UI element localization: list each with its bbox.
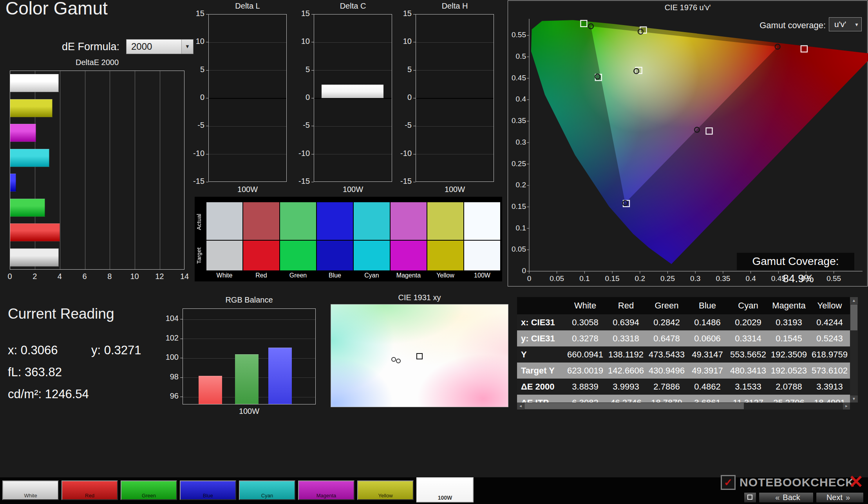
table-cell: 0.4862 xyxy=(687,379,728,395)
swatch-actual-magenta xyxy=(391,202,427,240)
back-button-label: Back xyxy=(783,493,800,502)
notebookcheck-logo-icon: ✓ xyxy=(721,475,736,490)
patch-button-red[interactable]: Red xyxy=(61,480,118,500)
de-formula-value: 2000 xyxy=(131,41,152,52)
current-reading-y: y: 0.3271 xyxy=(91,343,141,357)
table-cell: 0.4244 xyxy=(809,314,850,330)
back-button[interactable]: «Back xyxy=(759,492,814,503)
rgb-y-tick xyxy=(180,377,183,378)
delta-y-tick xyxy=(311,154,314,154)
cie-y-tick-label: 0.5 xyxy=(508,52,526,61)
patch-button-cyan[interactable]: Cyan xyxy=(239,480,295,500)
delta-gridline xyxy=(209,126,286,127)
rgb-gridline xyxy=(183,339,315,339)
delta-y-tick xyxy=(206,42,208,42)
de-formula-dropdown[interactable]: 2000 ▼ xyxy=(126,39,193,54)
chevron-down-icon: ▼ xyxy=(854,18,859,32)
table-row: ΔE ITP6.308246.274618.78793.686111.31272… xyxy=(517,395,850,402)
cie-x-tick-label: 0.1 xyxy=(571,274,598,283)
patch-button-100w[interactable]: 100W xyxy=(416,477,474,502)
table-cell: 0.5243 xyxy=(809,330,850,346)
cie-x-tick-label: 0.55 xyxy=(820,274,848,283)
table-vertical-scrollbar[interactable]: ▲▼ xyxy=(850,297,858,402)
table-header-cell: White xyxy=(565,297,606,314)
deltae-bar-white xyxy=(10,74,59,92)
measured-marker-cyan xyxy=(595,74,600,79)
table-cell: 0.1486 xyxy=(687,314,728,330)
next-button[interactable]: Next» xyxy=(816,492,864,503)
table-horizontal-scrollbar[interactable]: ◄► xyxy=(517,402,850,410)
deltae-gridline xyxy=(110,71,110,269)
cie-x-tick-label: 0.35 xyxy=(709,274,737,283)
delta-y-tick-label: -10 xyxy=(393,149,412,158)
delta-gridline xyxy=(416,70,494,71)
gamut-coverage-mode-value: u'v' xyxy=(834,20,846,29)
table-cell: 0.0606 xyxy=(687,330,728,346)
cie1931-measured-marker xyxy=(396,359,401,363)
measured-marker-red xyxy=(775,44,780,49)
measured-marker-white xyxy=(634,69,639,74)
patch-button-yellow[interactable]: Yellow xyxy=(357,480,414,500)
patch-button-label: Blue xyxy=(181,493,235,499)
table-row-label: x: CIE31 xyxy=(517,314,565,330)
swatch-label: Yellow xyxy=(427,272,463,279)
rgb-gridline xyxy=(183,319,315,320)
delta-y-tick xyxy=(413,14,416,15)
delta-y-tick-label: 0 xyxy=(393,93,412,102)
patch-button-blue[interactable]: Blue xyxy=(180,480,236,500)
table-cell: 18.7879 xyxy=(646,395,687,402)
table-cell: 430.9496 xyxy=(646,363,687,379)
rgb-y-tick xyxy=(180,319,183,319)
window-button[interactable] xyxy=(744,492,756,503)
patch-button-label: Red xyxy=(62,493,117,499)
scroll-down-button[interactable]: ▼ xyxy=(850,395,858,402)
back-arrow-icon: « xyxy=(775,493,779,502)
table-cell: 25.2706 xyxy=(769,395,809,402)
delta-y-tick xyxy=(413,182,416,182)
patch-button-white[interactable]: White xyxy=(2,480,59,500)
delta-y-tick xyxy=(206,126,208,126)
delta-y-tick xyxy=(413,126,416,126)
scroll-up-button[interactable]: ▲ xyxy=(850,297,858,304)
delta-y-tick-label: 10 xyxy=(393,37,412,46)
cie-x-tick-label: 0 xyxy=(515,274,543,283)
horizontal-scroll-thumb[interactable] xyxy=(524,403,744,409)
scroll-left-button[interactable]: ◄ xyxy=(517,402,524,410)
delta-chart-title: Delta L xyxy=(208,2,287,11)
delta-x-axis-label: 100W xyxy=(416,185,494,194)
current-reading-title: Current Reading xyxy=(8,306,114,322)
delta-gridline xyxy=(209,154,286,154)
deltae-x-tick-label: 2 xyxy=(27,272,43,281)
measured-marker-green xyxy=(588,24,593,29)
deltae2000-chart xyxy=(10,71,184,270)
delta-y-tick-label: 15 xyxy=(291,9,310,18)
delta-y-tick-label: -15 xyxy=(186,177,204,186)
scroll-right-button[interactable]: ► xyxy=(843,402,850,410)
deltae-x-tick-label: 10 xyxy=(127,272,143,281)
delta-y-tick-label: 5 xyxy=(393,65,412,74)
delta-gridline xyxy=(314,154,392,154)
table-row: x: CIE310.30580.63940.28420.14860.20290.… xyxy=(517,314,850,330)
table-cell: 623.0019 xyxy=(565,363,606,379)
table-cell: 660.0941 xyxy=(565,346,606,363)
cie1931-title: CIE 1931 xy xyxy=(331,293,508,302)
deltae-x-tick-label: 0 xyxy=(2,272,18,281)
patch-button-green[interactable]: Green xyxy=(121,480,177,500)
delta-y-tick-label: 5 xyxy=(291,65,310,74)
vertical-scroll-thumb[interactable] xyxy=(850,305,857,330)
current-reading-cdm2: cd/m²: 1246.54 xyxy=(8,387,89,401)
delta-y-tick xyxy=(413,42,416,42)
table-cell: 3.8839 xyxy=(565,379,606,395)
cie1931-target-marker xyxy=(416,353,423,359)
cie-x-tick-label: 0.4 xyxy=(737,274,765,283)
rgb-y-tick xyxy=(180,397,183,397)
delta-y-tick xyxy=(206,14,208,15)
gamut-coverage-dropdown-label: Gamut coverage: xyxy=(760,20,826,31)
delta-y-tick xyxy=(311,14,314,15)
rgb-y-tick-label: 104 xyxy=(160,314,179,323)
patch-button-magenta[interactable]: Magenta xyxy=(298,480,354,500)
close-icon[interactable]: ✕ xyxy=(848,471,864,492)
swatch-target-red xyxy=(243,241,279,270)
table-cell: 192.0523 xyxy=(769,363,809,379)
gamut-coverage-mode-dropdown[interactable]: u'v' ▼ xyxy=(829,17,862,31)
